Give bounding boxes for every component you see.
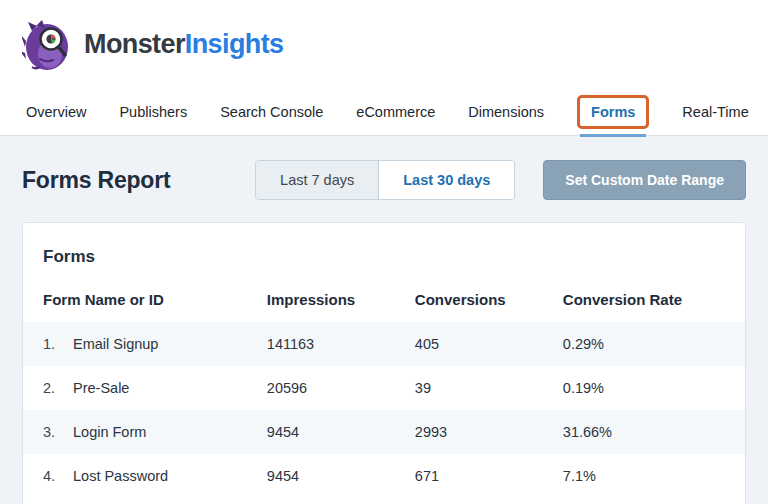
conversions-value: 671 [395, 454, 543, 498]
form-name: Pre-Sale [73, 380, 129, 396]
conversions-value: 405 [395, 322, 543, 366]
forms-tab-highlight-box: Forms [577, 95, 649, 129]
impressions-value: 141163 [247, 322, 395, 366]
set-custom-date-range-button[interactable]: Set Custom Date Range [543, 160, 746, 200]
card-title: Forms [23, 223, 745, 277]
form-name: Email Signup [73, 336, 158, 352]
date-range-toggle: Last 7 days Last 30 days [255, 160, 515, 200]
column-impressions: Impressions [247, 277, 395, 322]
tab-forms[interactable]: Forms [577, 88, 649, 135]
forms-table: Form Name or ID Impressions Conversions … [23, 277, 745, 498]
tab-real-time[interactable]: Real-Time [682, 88, 748, 135]
tab-search-console[interactable]: Search Console [220, 88, 323, 135]
column-form-name: Form Name or ID [23, 277, 247, 322]
monster-mascot-icon [22, 17, 72, 71]
table-row: 3.Login Form 9454 2993 31.66% [23, 410, 745, 454]
logo-text: MonsterInsights [84, 29, 284, 60]
row-index: 4. [43, 468, 73, 484]
table-row: 1.Email Signup 141163 405 0.29% [23, 322, 745, 366]
row-index: 1. [43, 336, 73, 352]
report-header: Forms Report Last 7 days Last 30 days Se… [22, 160, 746, 200]
conversions-value: 2993 [395, 410, 543, 454]
last-7-days-button[interactable]: Last 7 days [256, 161, 379, 199]
logo-text-insights: Insights [185, 29, 284, 59]
monsterinsights-logo: MonsterInsights [22, 17, 284, 71]
logo-text-monster: Monster [84, 29, 185, 59]
impressions-value: 9454 [247, 410, 395, 454]
table-row: 4.Lost Password 9454 671 7.1% [23, 454, 745, 498]
report-nav: Overview Publishers Search Console eComm… [0, 88, 768, 136]
conversion-rate-value: 7.1% [543, 454, 745, 498]
row-index: 2. [43, 380, 73, 396]
row-index: 3. [43, 424, 73, 440]
page: MonsterInsights Overview Publishers Sear… [0, 0, 768, 504]
conversion-rate-value: 31.66% [543, 410, 745, 454]
conversions-value: 39 [395, 366, 543, 410]
forms-card: Forms Form Name or ID Impressions Conver… [22, 222, 746, 504]
report-content: Forms Report Last 7 days Last 30 days Se… [0, 136, 768, 504]
tab-ecommerce[interactable]: eCommerce [356, 88, 435, 135]
impressions-value: 20596 [247, 366, 395, 410]
last-30-days-button[interactable]: Last 30 days [379, 161, 514, 199]
form-name: Lost Password [73, 468, 168, 484]
column-conversion-rate: Conversion Rate [543, 277, 745, 322]
tab-dimensions[interactable]: Dimensions [468, 88, 544, 135]
app-header: MonsterInsights [0, 0, 768, 88]
table-row: 2.Pre-Sale 20596 39 0.19% [23, 366, 745, 410]
tab-overview[interactable]: Overview [26, 88, 86, 135]
impressions-value: 9454 [247, 454, 395, 498]
form-name: Login Form [73, 424, 146, 440]
tab-publishers[interactable]: Publishers [119, 88, 187, 135]
conversion-rate-value: 0.19% [543, 366, 745, 410]
page-title: Forms Report [22, 167, 170, 194]
conversion-rate-value: 0.29% [543, 322, 745, 366]
table-header-row: Form Name or ID Impressions Conversions … [23, 277, 745, 322]
column-conversions: Conversions [395, 277, 543, 322]
